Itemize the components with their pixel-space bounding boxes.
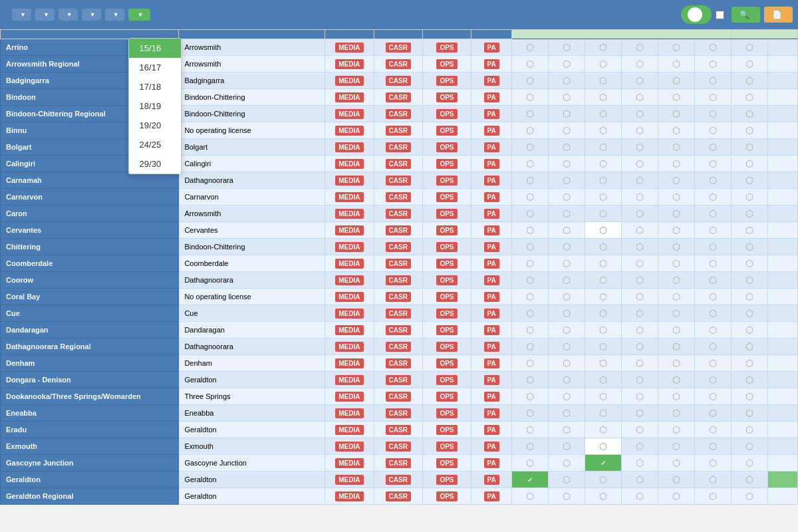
cs-cell: ⬡ (731, 189, 767, 205)
bp-cell: ⬡ (658, 239, 694, 255)
system-name-cell[interactable]: Dathagnoorara Regional (1, 338, 179, 355)
system-name-cell[interactable]: Coral Bay (1, 289, 179, 305)
mc-cell: ⬡ (512, 289, 549, 305)
media-cell: MEDIA (325, 488, 374, 505)
nd-cell: ⬡ (549, 139, 585, 156)
table-row: Geraldton RegionalGeraldtonMEDIACASROPSP… (1, 488, 798, 505)
media-cell: MEDIA (325, 222, 374, 239)
pc-cell: ⬡ (585, 405, 622, 422)
mc-cell: ⬡ (512, 72, 549, 89)
pa-cell: PA (471, 372, 512, 388)
cd-cell: ⬡ (622, 222, 658, 239)
bp-cell: ⬡ (658, 272, 694, 289)
file-icon: 📄 (772, 10, 782, 19)
pc-cell: ⬡ (585, 172, 622, 189)
year-option[interactable]: 15/16 (129, 39, 181, 58)
ops-cell: OPS (422, 322, 471, 338)
system-name-cell[interactable]: Cue (1, 305, 179, 322)
casr-cell: CASR (374, 355, 422, 372)
system-name-cell[interactable]: Dandaragan (1, 322, 179, 338)
media-cell: MEDIA (325, 89, 374, 106)
year-option[interactable]: 16/17 (129, 58, 181, 77)
system-filter[interactable]: ▼ (105, 9, 124, 21)
system-name-cell[interactable]: Exmouth (1, 438, 179, 455)
pf-cell: ⬡ (694, 422, 731, 438)
scheme-filter[interactable]: ▼ (59, 9, 78, 21)
bp-cell: ⬡ (658, 422, 694, 438)
mc-cell: ⬡ (512, 89, 549, 106)
system-name-cell[interactable]: Geraldton (1, 471, 179, 488)
section-header-row (1, 30, 798, 39)
mid-west-region-filter[interactable]: ▼ (35, 9, 55, 21)
year-selector-button[interactable]: ▼ (128, 9, 150, 21)
ops-cell: OPS (422, 189, 471, 205)
table-row: BadgingarraBadgingarraMEDIACASROPSPA⬡⬡⬡⬡… (1, 72, 798, 89)
pf-cell: ⬡ (694, 106, 731, 122)
header-bar: ▼ ▼ ▼ ▼ ▼ ▼ 15/1616/1717/1818/1919/2024/… (0, 0, 798, 29)
pa-cell: PA (471, 156, 512, 172)
bp-cell: ⬡ (658, 122, 694, 139)
planning-required-checkbox[interactable] (716, 11, 724, 19)
year-option[interactable]: 17/18 (129, 77, 181, 96)
pf-cell: ⬡ (694, 455, 731, 471)
pa-cell: PA (471, 289, 512, 305)
pf-cell: ⬡ (694, 222, 731, 239)
media-cell: MEDIA (325, 289, 374, 305)
system-name-cell[interactable]: Eradu (1, 422, 179, 438)
system-name-cell[interactable]: Eneabba (1, 405, 179, 422)
system-name-cell[interactable]: Coorow (1, 272, 179, 289)
regulated-water-filter[interactable]: ▼ (12, 9, 31, 21)
cs-cell: ⬡ (731, 355, 767, 372)
cs-cell: ⬡ (731, 255, 767, 272)
year-option[interactable]: 29/30 (129, 154, 181, 174)
system-name-cell[interactable]: Carnamah (1, 172, 179, 189)
year-option[interactable]: 24/25 (129, 135, 181, 154)
district-filter[interactable]: ▼ (82, 9, 101, 21)
nd-cell: ⬡ (549, 106, 585, 122)
casr-cell: CASR (374, 122, 422, 139)
cd-cell: ⬡ (622, 72, 658, 89)
media-cell: MEDIA (325, 122, 374, 139)
scheme-name-cell: Cervantes (179, 222, 325, 239)
nd-cell: ⬡ (549, 272, 585, 289)
table-row: DandaraganDandaraganMEDIACASROPSPA⬡⬡⬡⬡⬡⬡… (1, 322, 798, 338)
casr-cell: CASR (374, 488, 422, 505)
submit-button[interactable]: 🔍 (732, 7, 760, 23)
system-name-cell[interactable]: Geraldton Regional (1, 488, 179, 505)
scheme-name-cell: Denham (179, 355, 325, 372)
system-name-cell[interactable]: Cervantes (1, 222, 179, 239)
casr-cell: CASR (374, 455, 422, 471)
side-cell (768, 438, 798, 455)
csv-button[interactable]: 📄 (764, 7, 793, 23)
casr-cell: CASR (374, 222, 422, 239)
system-name-cell[interactable]: Carnarvon (1, 189, 179, 205)
pf-cell: ⬡ (694, 56, 731, 72)
cd-cell: ⬡ (622, 122, 658, 139)
pf-cell: ⬡ (694, 488, 731, 505)
casr-cell: CASR (374, 305, 422, 322)
bp-cell: ⬡ (658, 205, 694, 222)
system-name-cell[interactable]: Chittering (1, 239, 179, 255)
mc-cell: ⬡ (512, 106, 549, 122)
cd-cell: ⬡ (622, 422, 658, 438)
system-name-cell[interactable]: Dookanooka/Three Springs/Womarden (1, 388, 179, 405)
media-header (325, 30, 374, 39)
year-option[interactable]: 19/20 (129, 116, 181, 135)
system-name-cell[interactable]: Dongara - Denison (1, 372, 179, 388)
systems-count (688, 7, 702, 22)
media-cell: MEDIA (325, 438, 374, 455)
mc-cell: ⬡ (512, 405, 549, 422)
media-cell: MEDIA (325, 471, 374, 488)
system-name-cell[interactable]: Denham (1, 355, 179, 372)
system-name-cell[interactable]: Caron (1, 205, 179, 222)
ops-cell: OPS (422, 289, 471, 305)
system-name-cell[interactable]: Coomberdale (1, 255, 179, 272)
ops-cell: OPS (422, 455, 471, 471)
pa-cell: PA (471, 471, 512, 488)
casr-cell: CASR (374, 139, 422, 156)
system-name-cell[interactable]: Gascoyne Junction (1, 455, 179, 471)
cd-cell: ⬡ (622, 189, 658, 205)
pa-cell: PA (471, 455, 512, 471)
year-option[interactable]: 18/19 (129, 96, 181, 116)
ops-cell: OPS (422, 255, 471, 272)
